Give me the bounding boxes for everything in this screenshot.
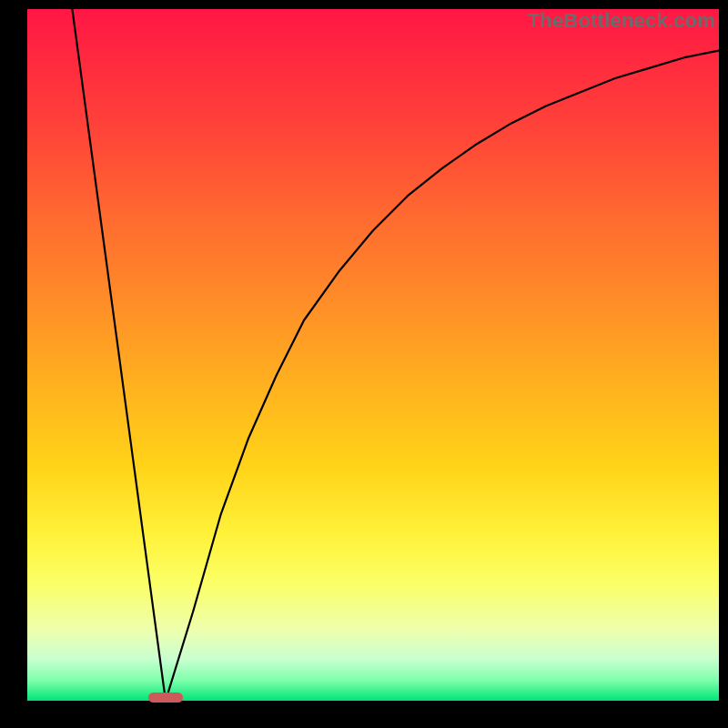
optimal-marker	[148, 693, 183, 703]
bottleneck-curve	[27, 9, 719, 701]
curve-path	[72, 9, 719, 701]
watermark-text: TheBottleneck.com	[528, 9, 715, 33]
